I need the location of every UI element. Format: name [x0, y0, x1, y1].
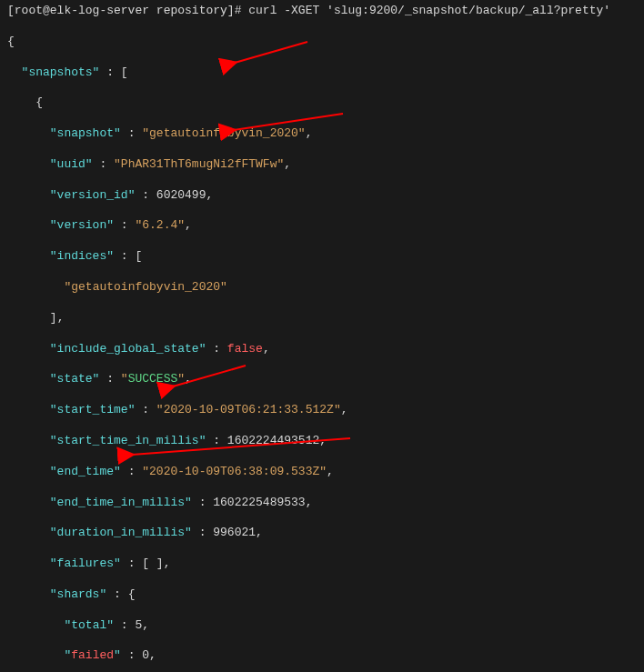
command-text: curl -XGET 'slug:9200/_snapshot/backup/_…	[248, 4, 610, 17]
json-line: "uuid" : "PhAR31ThT6mugNi2fFTWFw",	[7, 157, 637, 173]
json-line: "version_id" : 6020499,	[7, 188, 637, 204]
json-line: "getautoinfobyvin_2020"	[7, 280, 637, 296]
failed-label-1: failed	[71, 648, 114, 662]
prompt-user-host: [root@elk-log-server repository]#	[7, 4, 241, 17]
json-line: ],	[7, 311, 637, 326]
json-line: "state" : "SUCCESS",	[7, 372, 637, 387]
json-line: "end_time" : "2020-10-09T06:38:09.533Z",	[7, 465, 637, 480]
json-line: "version" : "6.2.4",	[7, 218, 637, 234]
json-line: "indices" : [	[7, 249, 637, 265]
json-line: "total" : 5,	[7, 618, 637, 634]
terminal-output: [root@elk-log-server repository]# curl -…	[7, 4, 637, 672]
json-line: "snapshot" : "getautoinfobyvin_2020",	[7, 126, 637, 142]
json-line: "start_time" : "2020-10-09T06:21:33.512Z…	[7, 403, 637, 418]
indices-value-1: "getautoinfobyvin_2020"	[64, 280, 226, 294]
json-line: "start_time_in_millis" : 1602224493512,	[7, 434, 637, 449]
json-line: {	[7, 95, 637, 111]
json-line: "failures" : [ ],	[7, 557, 637, 572]
json-line: "shards" : {	[7, 587, 637, 603]
json-line: "snapshots" : [	[7, 65, 637, 81]
json-line: "end_time_in_millis" : 1602225489533,	[7, 496, 637, 511]
json-line: {	[7, 35, 637, 50]
prompt-line: [root@elk-log-server repository]# curl -…	[7, 4, 637, 19]
json-line: "failed" : 0,	[7, 648, 637, 664]
json-line: "duration_in_millis" : 996021,	[7, 526, 637, 541]
state-success-1: SUCCESS	[128, 372, 178, 386]
snapshot-name-1: "getautoinfobyvin_2020"	[142, 126, 305, 140]
json-line: "include_global_state" : false,	[7, 342, 637, 357]
